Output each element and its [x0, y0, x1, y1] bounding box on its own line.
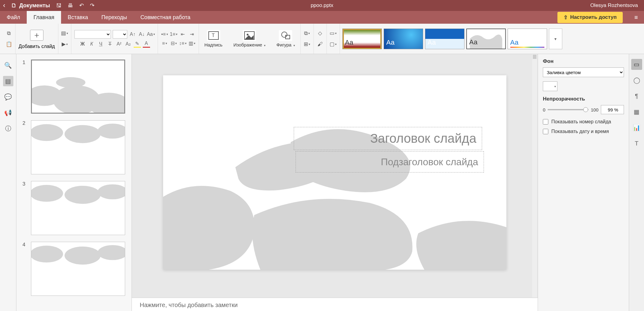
opacity-heading: Непрозрачность — [543, 96, 624, 102]
bullets-icon[interactable]: •≡▾ — [161, 31, 168, 38]
show-slide-number-checkbox[interactable] — [543, 119, 548, 125]
show-slide-number-label: Показывать номер слайда — [551, 119, 611, 125]
paste-icon[interactable]: 📋 — [5, 40, 13, 48]
opacity-min: 0 — [543, 107, 545, 112]
increase-font-icon[interactable]: A↑ — [129, 31, 136, 38]
eraser-icon[interactable]: ◇ — [316, 29, 324, 37]
chart-settings-tab-icon[interactable]: 📊 — [631, 122, 642, 133]
slide-color-icon[interactable]: ▭▾ — [329, 29, 337, 37]
slide-thumb-3[interactable] — [31, 181, 125, 235]
slide-stage[interactable]: Заголовок слайда Подзаголовок слайда — [132, 54, 538, 298]
bold-icon[interactable]: Ж — [79, 40, 86, 48]
align-v-icon[interactable]: ⊟▾ — [170, 40, 177, 47]
svg-point-16 — [31, 246, 63, 262]
line-spacing-icon[interactable]: ↕≡▾ — [179, 40, 187, 47]
slide-canvas[interactable]: Заголовок слайда Подзаголовок слайда — [163, 75, 506, 270]
background-heading: Фон — [543, 58, 624, 64]
show-date-row[interactable]: Показывать дату и время — [543, 129, 624, 134]
svg-point-10 — [31, 124, 63, 141]
slide-thumb-1[interactable] — [31, 60, 125, 114]
theme-thumb-4[interactable]: Аа — [466, 29, 506, 49]
show-date-checkbox[interactable] — [543, 129, 548, 134]
slides-view-icon[interactable]: ▤ — [3, 76, 13, 86]
documents-link[interactable]: 🗋 Документы — [11, 2, 50, 9]
title-placeholder[interactable]: Заголовок слайда — [294, 127, 482, 150]
print-icon[interactable]: 🖶 — [68, 2, 73, 9]
user-name[interactable]: Olesya Rozhentsova — [590, 2, 638, 9]
format-painter-icon[interactable]: 🖌 — [316, 40, 324, 48]
columns-icon[interactable]: ▥▾ — [188, 40, 196, 47]
align-h-icon[interactable]: ≡▾ — [161, 40, 168, 47]
theme-thumb-3[interactable]: Аа — [425, 29, 464, 49]
theme-more-button[interactable]: ▾ — [549, 29, 562, 49]
vertical-scrollbar[interactable] — [532, 54, 537, 298]
fill-color-swatch[interactable]: ▾ — [543, 81, 557, 91]
highlight-icon[interactable]: ✎ — [134, 40, 141, 48]
add-slide-button[interactable]: ＋ — [28, 29, 46, 42]
undo-icon[interactable]: ↶ — [79, 2, 84, 9]
strike-icon[interactable]: Т̶ — [106, 40, 114, 48]
decrease-font-icon[interactable]: A↓ — [138, 31, 146, 38]
svg-point-4 — [282, 32, 287, 37]
hamburger-icon[interactable]: ≡ — [634, 14, 638, 21]
italic-icon[interactable]: К — [88, 40, 95, 48]
subscript-icon[interactable]: A₂ — [125, 40, 132, 48]
show-date-label: Показывать дату и время — [551, 129, 609, 134]
slide-settings-icon[interactable]: ▢▾ — [329, 40, 337, 48]
text-settings-tab-icon[interactable]: T — [631, 138, 642, 149]
theme-thumb-2[interactable]: Аа — [384, 29, 423, 49]
menu-home[interactable]: Главная — [27, 11, 61, 24]
table-settings-tab-icon[interactable]: ▦ — [631, 106, 642, 117]
subtitle-placeholder[interactable]: Подзаголовок слайда — [296, 151, 484, 173]
shape-label: Фигура ▾ — [276, 42, 295, 47]
scroll-thumb[interactable] — [533, 55, 536, 59]
slide-settings-tab-icon[interactable]: ▭ — [631, 59, 642, 70]
font-color-icon[interactable]: A — [143, 40, 150, 48]
menu-transitions[interactable]: Переходы — [95, 11, 134, 24]
slide-thumb-4[interactable] — [31, 242, 125, 296]
underline-icon[interactable]: Ч — [97, 40, 104, 48]
menu-collab[interactable]: Совместная работа — [134, 11, 197, 24]
layout-icon[interactable]: ▤▾ — [61, 29, 69, 37]
superscript-icon[interactable]: A² — [115, 40, 123, 48]
shape-button[interactable]: Фигура ▾ — [274, 29, 297, 49]
indent-icon[interactable]: ⇥ — [188, 31, 196, 38]
info-icon[interactable]: ⓘ — [3, 123, 13, 134]
change-case-icon[interactable]: Aa▾ — [147, 31, 155, 38]
fill-type-select[interactable]: Заливка цветом — [543, 67, 624, 77]
numbering-icon[interactable]: 1≡▾ — [170, 31, 177, 38]
font-family-select[interactable] — [74, 30, 111, 39]
search-icon[interactable]: 🔍 — [3, 60, 13, 70]
svg-point-3 — [247, 34, 248, 36]
play-icon[interactable]: ▶▾ — [61, 40, 69, 48]
arrange-icon[interactable]: ⧉▾ — [303, 29, 311, 37]
align-objects-icon[interactable]: ⊞▾ — [303, 40, 311, 48]
theme-thumb-1[interactable]: Аа — [342, 29, 382, 49]
textbox-button[interactable]: T Надпись — [202, 29, 225, 49]
theme-thumb-5[interactable]: Аа — [508, 29, 547, 49]
redo-icon[interactable]: ↷ — [90, 2, 94, 9]
notes-area[interactable]: Нажмите, чтобы добавить заметки — [132, 298, 538, 311]
opacity-slider[interactable] — [548, 109, 588, 110]
slide-thumb-2[interactable] — [31, 120, 125, 174]
ribbon-toolbar: ⧉ 📋 ＋ Добавить слайд ▤▾ ▶▾ A↑ A↓ Aa▾ Ж К… — [0, 24, 644, 54]
paragraph-settings-tab-icon[interactable]: ¶ — [631, 91, 642, 101]
slide-number-3: 3 — [22, 181, 27, 235]
app-icon: 🗋 — [11, 2, 17, 9]
opacity-input[interactable] — [601, 105, 624, 114]
save-icon[interactable]: 🖫 — [56, 2, 62, 9]
menu-insert[interactable]: Вставка — [61, 11, 95, 24]
share-button[interactable]: ⇧ Настроить доступ — [557, 12, 623, 23]
image-button[interactable]: Изображение ▾ — [231, 29, 268, 49]
outdent-icon[interactable]: ⇤ — [179, 31, 187, 38]
show-slide-number-row[interactable]: Показывать номер слайда — [543, 119, 624, 125]
feedback-icon[interactable]: 📢 — [3, 108, 13, 118]
menu-file[interactable]: Файл — [0, 11, 27, 24]
font-size-select[interactable] — [113, 30, 127, 39]
comments-icon[interactable]: 💬 — [3, 92, 13, 102]
back-icon[interactable]: ‹ — [3, 2, 5, 9]
svg-point-17 — [65, 247, 101, 265]
copy-icon[interactable]: ⧉ — [5, 29, 13, 37]
file-name: ppoo.pptx — [311, 2, 334, 9]
shape-settings-tab-icon[interactable]: ◯ — [631, 75, 642, 86]
